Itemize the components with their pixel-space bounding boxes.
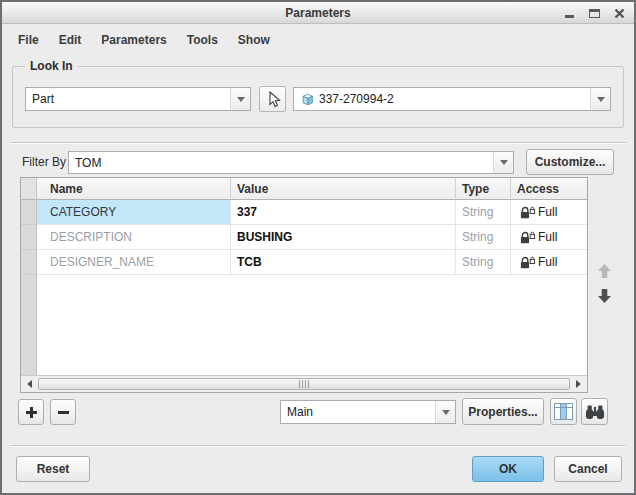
grip-icon <box>305 380 306 388</box>
table-header: Name Value Type Access <box>21 178 587 200</box>
find-parameter-button[interactable] <box>581 398 608 425</box>
menu-file[interactable]: File <box>8 29 49 51</box>
row-gutter-strip <box>21 275 37 375</box>
filter-dropdown-arrow[interactable] <box>493 152 513 173</box>
select-model-button[interactable] <box>259 86 286 112</box>
access-label: Full <box>538 205 557 219</box>
customize-button[interactable]: Customize... <box>526 149 614 175</box>
move-down-button[interactable] <box>594 286 614 306</box>
model-name: 337-270994-2 <box>319 92 394 106</box>
look-in-label: Look In <box>25 59 78 73</box>
row-gutter[interactable] <box>21 225 37 250</box>
lock-icon <box>519 205 537 220</box>
chevron-down-icon <box>500 160 508 165</box>
scope-dropdown-arrow[interactable] <box>230 88 250 110</box>
grip-icon <box>302 380 303 388</box>
look-in-scope-value: Part <box>26 92 230 106</box>
show-columns-button[interactable] <box>550 398 577 425</box>
reset-button[interactable]: Reset <box>16 456 90 482</box>
param-name-cell[interactable]: DESIGNER_NAME <box>37 250 231 275</box>
menu-bar: File Edit Parameters Tools Show <box>2 24 634 56</box>
scrollbar-thumb[interactable] <box>38 378 570 390</box>
table-row: DESCRIPTION BUSHING String Full <box>21 225 587 250</box>
arrow-up-icon <box>597 263 612 279</box>
lock-icon <box>519 230 537 245</box>
close-button[interactable] <box>612 5 626 21</box>
chevron-down-icon <box>237 97 245 102</box>
arrow-down-icon <box>597 288 612 304</box>
filter-value: TOM <box>69 156 493 170</box>
model-dropdown[interactable]: 337-270994-2 <box>293 87 611 111</box>
group-dropdown-arrow[interactable] <box>435 401 455 423</box>
access-label: Full <box>538 230 557 244</box>
minus-icon <box>56 405 71 420</box>
move-up-button[interactable] <box>594 261 614 281</box>
table-empty-area <box>21 275 587 375</box>
param-value-cell[interactable]: 337 <box>231 200 456 225</box>
dialog-title: Parameters <box>285 6 350 20</box>
filter-dropdown[interactable]: TOM <box>68 151 514 174</box>
ok-button[interactable]: OK <box>472 456 544 482</box>
parameter-group-dropdown[interactable]: Main <box>280 400 456 424</box>
param-type-cell: String <box>456 225 511 250</box>
horizontal-scrollbar[interactable] <box>21 375 587 392</box>
table-row: CATEGORY 337 String Full <box>21 200 587 225</box>
param-access-cell[interactable]: Full <box>511 225 587 250</box>
chevron-down-icon <box>597 97 605 102</box>
part-cube-icon <box>300 92 315 107</box>
cancel-label: Cancel <box>568 462 607 476</box>
table-columns-icon <box>554 403 573 420</box>
parameters-table: Name Value Type Access CATEGORY 337 Stri… <box>20 177 588 393</box>
menu-tools[interactable]: Tools <box>177 29 228 51</box>
menu-show[interactable]: Show <box>228 29 280 51</box>
param-access-cell[interactable]: Full <box>511 200 587 225</box>
column-header-access: Access <box>511 178 587 200</box>
row-gutter[interactable] <box>21 200 37 225</box>
binoculars-icon <box>585 404 605 420</box>
access-label: Full <box>538 255 557 269</box>
row-gutter[interactable] <box>21 250 37 275</box>
properties-button[interactable]: Properties... <box>462 398 544 425</box>
column-header-name: Name <box>37 178 231 200</box>
minimize-button[interactable] <box>562 5 576 21</box>
param-value-cell[interactable]: TCB <box>231 250 456 275</box>
param-access-cell[interactable]: Full <box>511 250 587 275</box>
chevron-down-icon <box>442 410 450 415</box>
cursor-arrow-icon <box>265 91 281 108</box>
reset-label: Reset <box>37 462 70 476</box>
scroll-right-button[interactable] <box>570 376 587 392</box>
look-in-group: Look In Part 337-270994-2 <box>12 66 624 128</box>
ok-label: OK <box>499 462 517 476</box>
parameter-group-value: Main <box>281 405 435 419</box>
param-name-cell[interactable]: CATEGORY <box>37 200 231 225</box>
customize-label: Customize... <box>535 155 606 169</box>
cancel-button[interactable]: Cancel <box>554 456 622 482</box>
column-header-value: Value <box>231 178 456 200</box>
param-name-cell[interactable]: DESCRIPTION <box>37 225 231 250</box>
param-type-cell: String <box>456 200 511 225</box>
table-body: CATEGORY 337 String Full DESCRIPTION BUS… <box>21 200 587 275</box>
close-icon <box>614 8 625 19</box>
menu-parameters[interactable]: Parameters <box>91 29 176 51</box>
table-row: DESIGNER_NAME TCB String Full <box>21 250 587 275</box>
triangle-left-icon <box>27 380 32 388</box>
triangle-right-icon <box>576 380 581 388</box>
header-corner <box>21 178 37 200</box>
maximize-icon <box>589 9 600 18</box>
plus-icon <box>24 405 39 420</box>
param-value-cell[interactable]: BUSHING <box>231 225 456 250</box>
look-in-scope-dropdown[interactable]: Part <box>25 87 251 111</box>
grip-icon <box>308 380 309 388</box>
scroll-left-button[interactable] <box>21 376 38 392</box>
menu-edit[interactable]: Edit <box>49 29 92 51</box>
remove-parameter-button[interactable] <box>50 399 76 425</box>
title-bar[interactable]: Parameters <box>2 2 634 24</box>
properties-label: Properties... <box>468 405 537 419</box>
footer-separator <box>10 445 626 447</box>
window-controls <box>562 2 626 24</box>
maximize-button[interactable] <box>587 5 601 21</box>
model-dropdown-arrow[interactable] <box>590 88 610 110</box>
minimize-icon <box>565 15 574 18</box>
lock-icon <box>519 255 537 270</box>
add-parameter-button[interactable] <box>18 399 44 425</box>
